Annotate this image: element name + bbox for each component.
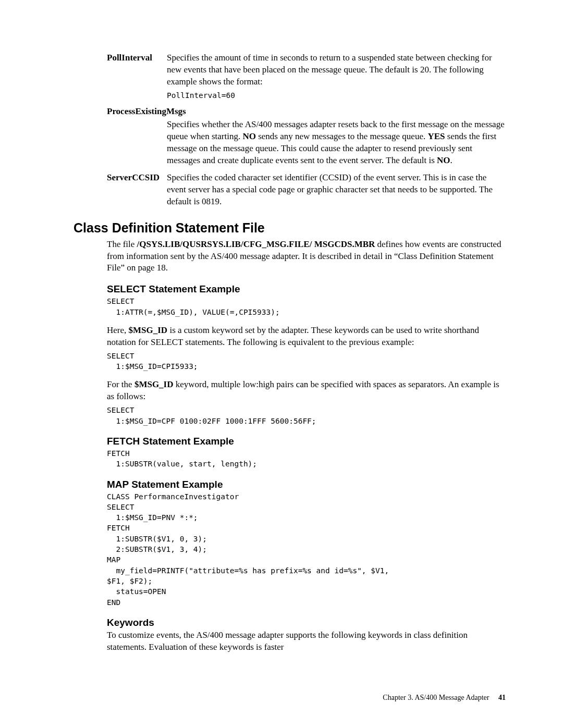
def-processexistingmsgs: ProcessExistingMsgs Specifies whether th… xyxy=(107,106,506,167)
code-fetch: FETCH 1:SUBSTR(value, start, length); xyxy=(107,448,506,470)
keywords-para: To customize events, the AS/400 message … xyxy=(107,630,506,653)
desc-pollinterval-text: Specifies the amount of time in seconds … xyxy=(167,53,492,87)
footer-chapter: Chapter 3. AS/400 Message Adapter xyxy=(383,694,489,701)
footer-page-number: 41 xyxy=(498,694,506,701)
def-pollinterval: PollInterval Specifies the amount of tim… xyxy=(107,52,506,101)
desc-serverccsid: Specifies the coded character set identi… xyxy=(167,172,506,208)
sel1-pre: Here, xyxy=(107,325,129,335)
code-select-3: SELECT 1:$MSG_ID=CPF 0100:02FF 1000:1FFF… xyxy=(107,405,506,426)
code-map: CLASS PerformanceInvestigator SELECT 1:$… xyxy=(107,491,506,608)
term-processexistingmsgs: ProcessExistingMsgs xyxy=(107,106,506,118)
code-select-1: SELECT 1:ATTR(=,$MSG_ID), VALUE(=,CPI593… xyxy=(107,296,506,317)
def-serverccsid: ServerCCSID Specifies the coded characte… xyxy=(107,172,506,208)
desc-processexistingmsgs: Specifies whether the AS/400 messages ad… xyxy=(167,119,506,167)
intro-bold: /QSYS.LIB/QUSRSYS.LIB/CFG_MSG.FILE/ MSGC… xyxy=(137,239,375,249)
heading-fetch: FETCH Statement Example xyxy=(107,436,506,447)
select-para2: For the $MSG_ID keyword, multiple low:hi… xyxy=(107,379,506,403)
pem-yes: YES xyxy=(427,131,445,141)
intro-para: The file /QSYS.LIB/QUSRSYS.LIB/CFG_MSG.F… xyxy=(107,239,506,275)
heading-map: MAP Statement Example xyxy=(107,479,506,490)
heading-keywords: Keywords xyxy=(107,617,506,628)
term-serverccsid: ServerCCSID xyxy=(107,172,167,208)
pem-no2: NO xyxy=(437,155,450,165)
heading-select: SELECT Statement Example xyxy=(107,283,506,295)
sel2-pre: For the xyxy=(107,379,134,389)
pem-no: NO xyxy=(242,131,256,141)
page: PollInterval Specifies the amount of tim… xyxy=(0,0,563,728)
pem-mid: sends any new messages to the message qu… xyxy=(256,131,428,141)
sel1-bold: $MSG_ID xyxy=(129,325,168,335)
heading-class-def: Class Definition Statement File xyxy=(74,220,506,236)
pem-end: . xyxy=(450,155,452,165)
term-pollinterval: PollInterval xyxy=(107,52,167,101)
page-footer: Chapter 3. AS/400 Message Adapter 41 xyxy=(383,694,506,702)
sel2-bold: $MSG_ID xyxy=(134,379,174,389)
desc-pollinterval: Specifies the amount of time in seconds … xyxy=(167,52,506,101)
code-select-2: SELECT 1:$MSG_ID=CPI5933; xyxy=(107,351,506,372)
select-para1: Here, $MSG_ID is a custom keyword set by… xyxy=(107,325,506,349)
code-pollinterval: PollInterval=60 xyxy=(167,90,506,101)
intro-pre: The file xyxy=(107,239,137,249)
